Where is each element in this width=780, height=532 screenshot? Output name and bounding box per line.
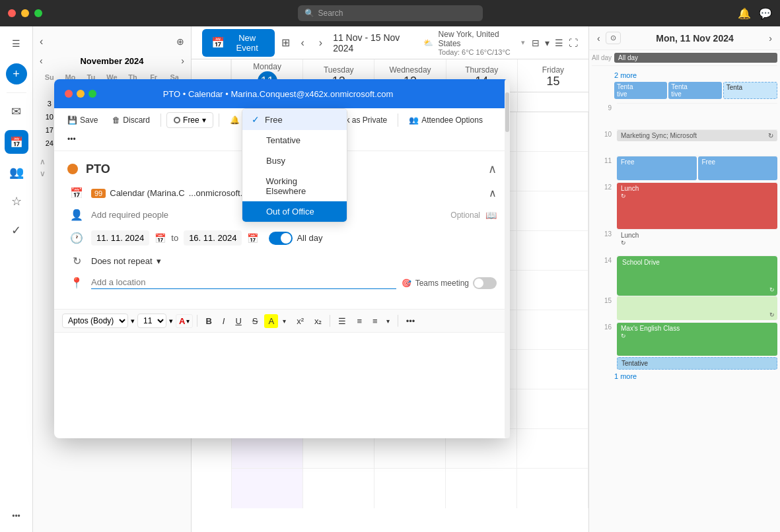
sidebar-check-btn[interactable]: ✓ [11, 220, 21, 241]
end-date-cal-icon[interactable]: 📅 [247, 233, 258, 244]
view-type-btn[interactable]: ☰ [555, 38, 563, 48]
search-bar[interactable]: 🔍 Search [298, 5, 483, 21]
more-format-btn[interactable]: ••• [402, 314, 419, 328]
superscript-btn[interactable]: x² [293, 314, 308, 328]
discard-icon: 🗑 [112, 116, 120, 125]
strikethrough-btn[interactable]: S [248, 314, 262, 328]
new-event-button[interactable]: 📅 New Event [202, 29, 275, 57]
right-event-free-2[interactable]: Free [698, 156, 778, 180]
sidebar-people-btn[interactable]: 👥 [9, 162, 24, 183]
status-option-free[interactable]: ✓ Free [242, 109, 347, 130]
repeat-icon: ↻ [70, 255, 83, 267]
right-event-tentative-2[interactable]: Tentative [668, 82, 721, 99]
right-event-green-bar[interactable]: ↻ [617, 296, 777, 320]
highlight-a-btn[interactable]: A [264, 314, 278, 328]
hour-fri-16 [517, 389, 588, 429]
highlight-chevron-btn[interactable]: ▾ [279, 316, 290, 327]
end-date-input[interactable]: 16. 11. 2024 [184, 230, 242, 246]
cal-nav-next-btn[interactable]: › [315, 34, 326, 51]
italic-btn[interactable]: I [219, 314, 229, 328]
day-num-15: 15 [546, 75, 559, 88]
cal-nav-prev-btn[interactable]: ‹ [297, 34, 308, 51]
view-toggle-btn[interactable]: ⊟ [532, 38, 540, 48]
right-hour-9: 9 [592, 103, 777, 129]
right-panel-prev-btn[interactable]: ‹ [597, 33, 600, 44]
messages-icon[interactable]: 💬 [759, 7, 772, 20]
status-dropdown-btn[interactable]: Free ▾ [166, 112, 213, 128]
status-dropdown-menu[interactable]: ✓ Free Tentative Busy Working Elsewhere … [242, 108, 347, 222]
more-options-button[interactable]: ••• [62, 132, 81, 147]
underline-btn[interactable]: U [231, 314, 245, 328]
highlight-btn[interactable]: A ▾ [264, 314, 290, 328]
sidebar-calendar-btn[interactable]: 📅 [5, 130, 28, 154]
mac-close-btn[interactable] [8, 9, 16, 17]
align-chevron-btn[interactable]: ▾ [382, 316, 394, 327]
modal-scrollbar-thumb[interactable] [505, 92, 509, 132]
modal-min-btn[interactable] [77, 90, 85, 98]
right-event-tentative-pill[interactable]: Tentative [617, 357, 777, 370]
right-panel-next-btn[interactable]: › [769, 33, 772, 44]
panel-expand-btn[interactable]: ⊕ [176, 36, 184, 47]
right-event-marketing[interactable]: Marketing Sync; Microsoft ↻ [617, 130, 777, 141]
discard-button[interactable]: 🗑 Discard [107, 113, 155, 127]
expand-btn[interactable]: ⛶ [569, 38, 578, 48]
teams-toggle: 🎯 Teams meeting [402, 277, 497, 289]
status-option-busy[interactable]: Busy [242, 150, 347, 171]
numbered-list-btn[interactable]: ≡ [353, 314, 366, 328]
bold-btn[interactable]: B [201, 314, 215, 328]
weather-icon: ⛅ [423, 38, 433, 48]
modal-max-btn[interactable] [89, 90, 96, 98]
right-event-tentative-3[interactable]: Tenta [723, 82, 777, 99]
repeat-dropdown[interactable]: Does not repeat ▾ [91, 256, 161, 266]
notification-icon[interactable]: 🔔 [738, 7, 751, 20]
right-event-tentative-1[interactable]: Tentative [614, 82, 667, 99]
new-event-modal[interactable]: PTO • Calendar • Marina.Conquest@x462x.o… [54, 79, 510, 438]
right-allday-event[interactable]: All day [614, 53, 777, 63]
attendee-options-label: Attendee Options [421, 116, 483, 125]
text-color-btn[interactable]: A ▾ [176, 314, 193, 328]
modal-close-btn[interactable] [65, 90, 73, 98]
collapse-icon[interactable]: ∧ [488, 162, 497, 176]
start-date-cal-icon[interactable]: 📅 [155, 233, 166, 244]
event-body-area[interactable] [54, 333, 510, 438]
mac-minimize-btn[interactable] [21, 9, 29, 17]
teams-toggle-switch[interactable] [473, 277, 497, 289]
right-panel-today-btn[interactable]: ⊙ [606, 32, 621, 44]
font-size-select[interactable]: 11 [137, 314, 166, 328]
mini-cal-next-btn[interactable]: › [181, 55, 184, 66]
status-option-working-elsewhere[interactable]: Working Elsewhere [242, 171, 347, 201]
right-event-lunch-1[interactable]: Lunch↻ [617, 183, 777, 229]
mini-cal-prev-btn[interactable]: ‹ [40, 55, 43, 66]
calendar-expand-btn[interactable]: ∧ [489, 187, 497, 199]
view-dropdown-btn[interactable]: ▾ [545, 38, 550, 48]
status-option-out-of-office[interactable]: Out of Office [242, 201, 347, 222]
sidebar-more-btn[interactable]: ••• [12, 506, 20, 527]
status-option-tentative[interactable]: Tentative [242, 130, 347, 150]
right-event-green-repeat: ↻ [769, 312, 775, 318]
new-item-btn[interactable]: + [6, 63, 27, 84]
hamburger-btn[interactable]: ☰ [12, 32, 20, 55]
teams-icon: 🎯 [402, 279, 411, 288]
start-date-input[interactable]: 11. 11. 2024 [91, 230, 149, 246]
right-event-repeat-icon-2: ↻ [621, 193, 626, 199]
attendee-options-button[interactable]: 👥 Attendee Options [404, 113, 488, 127]
panel-collapse-left-btn[interactable]: ‹ [40, 36, 43, 48]
sidebar-star-btn[interactable]: ☆ [11, 191, 22, 212]
save-button[interactable]: 💾 Save [62, 113, 103, 127]
right-event-english[interactable]: Max's English Class ↻ [617, 323, 777, 356]
sidebar-toggle-btn[interactable]: ⊞ [281, 36, 290, 49]
sidebar-mail-icon[interactable]: ✉ [11, 101, 21, 122]
align-btn[interactable]: ≡ [369, 314, 382, 328]
right-event-free-1[interactable]: Free [617, 156, 697, 180]
right-panel-more-1[interactable]: 2 more [614, 70, 777, 79]
subscript-btn[interactable]: x₂ [310, 314, 326, 328]
font-family-select[interactable]: Aptos (Body) [62, 314, 128, 328]
right-panel-more-2[interactable]: 1 more [614, 371, 777, 380]
right-event-school-drive[interactable]: School Drive ↻ [617, 256, 777, 296]
all-day-toggle-switch[interactable] [269, 232, 293, 245]
right-event-lunch-2[interactable]: Lunch↻ [617, 230, 777, 248]
address-book-btn[interactable]: 📖 [485, 210, 497, 220]
location-input[interactable] [91, 277, 396, 289]
mac-maximize-btn[interactable] [34, 9, 42, 17]
bullet-list-btn[interactable]: ☰ [334, 314, 350, 328]
